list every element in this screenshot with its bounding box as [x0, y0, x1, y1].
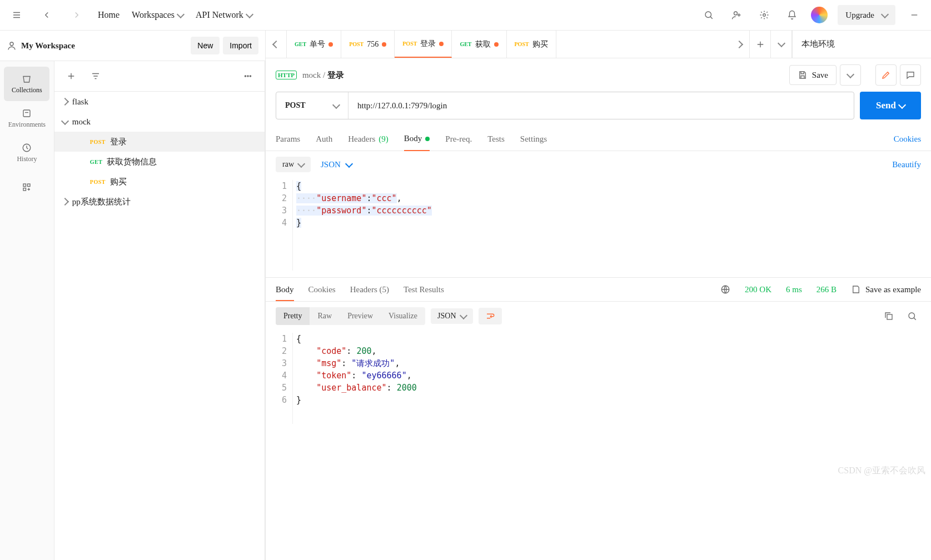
tab-auth[interactable]: Auth	[316, 127, 332, 151]
workspace-header: My Workspace New Import	[0, 31, 265, 61]
url-input[interactable]: http://127.0.0.1:7979/login	[348, 92, 854, 119]
avatar[interactable]	[811, 7, 828, 23]
collection-tree: flask mock POST登录 GET获取货物信息 POST购买 pp系统数…	[54, 92, 265, 560]
new-button[interactable]: New	[191, 37, 220, 54]
request-tab[interactable]: POST756	[341, 31, 395, 58]
status-size: 266 B	[817, 285, 837, 294]
nav-workspaces[interactable]: Workspaces	[132, 10, 183, 20]
topbar: Home Workspaces API Network Upgrade	[0, 0, 931, 31]
beautify-button[interactable]: Beautify	[892, 160, 921, 169]
status-code: 200 OK	[745, 285, 771, 294]
seg-pretty[interactable]: Pretty	[276, 307, 310, 325]
resp-tab-body[interactable]: Body	[276, 285, 294, 301]
collection-toolbar	[54, 61, 265, 92]
globe-icon	[720, 284, 730, 294]
request-tab[interactable]: GET单号	[287, 31, 341, 58]
svg-rect-7	[28, 184, 31, 187]
tab-headers[interactable]: Headers (9)	[348, 127, 389, 151]
side-rail: Collections Environments History	[0, 61, 54, 560]
nav-home[interactable]: Home	[98, 10, 120, 20]
resp-format-selector[interactable]: JSON	[431, 308, 472, 324]
tab-menu-icon[interactable]	[771, 31, 792, 58]
breadcrumb: mock / 登录	[302, 70, 344, 81]
request-tab[interactable]: POST购买	[507, 31, 556, 58]
response-body-viewer[interactable]: 123456 { "code": 200, "msg": "请求成功", "to…	[266, 331, 931, 431]
search-icon[interactable]	[700, 6, 718, 24]
seg-raw[interactable]: Raw	[310, 307, 340, 325]
minimize-icon[interactable]	[905, 6, 923, 24]
svg-point-11	[250, 76, 251, 77]
tab-tests[interactable]: Tests	[487, 127, 505, 151]
request-tab[interactable]: GET获取	[452, 31, 506, 58]
tree-folder-flask[interactable]: flask	[54, 92, 265, 112]
filter-icon[interactable]	[87, 67, 104, 85]
tree-item-buy[interactable]: POST购买	[54, 172, 265, 192]
tree-item-login[interactable]: POST登录	[54, 132, 265, 152]
svg-point-3	[10, 42, 13, 46]
seg-preview[interactable]: Preview	[340, 307, 381, 325]
svg-point-0	[705, 12, 711, 18]
save-button[interactable]: Save	[789, 65, 837, 85]
wrap-icon[interactable]	[479, 308, 502, 324]
resp-tab-cookies[interactable]: Cookies	[308, 285, 336, 294]
request-body-editor[interactable]: 1234 { ····"username":"ccc", ····"passwo…	[266, 178, 931, 278]
workspace-title: My Workspace	[21, 41, 187, 51]
save-example-button[interactable]: Save as example	[851, 284, 921, 294]
more-icon[interactable]	[239, 67, 257, 85]
resp-tab-testresults[interactable]: Test Results	[404, 285, 444, 294]
send-button[interactable]: Send	[860, 92, 921, 119]
svg-rect-4	[23, 110, 30, 117]
menu-icon[interactable]	[8, 6, 26, 24]
environment-selector[interactable]: 本地环境	[792, 31, 931, 58]
comment-icon[interactable]	[900, 64, 921, 86]
http-badge: HTTP	[276, 71, 297, 79]
notifications-icon[interactable]	[783, 6, 801, 24]
svg-point-10	[247, 76, 248, 77]
tabs-next-icon[interactable]	[729, 31, 750, 58]
import-button[interactable]: Import	[223, 37, 258, 54]
svg-rect-6	[23, 184, 26, 187]
back-icon[interactable]	[38, 6, 56, 24]
cookies-link[interactable]: Cookies	[894, 127, 921, 151]
resp-tab-headers[interactable]: Headers (5)	[350, 285, 389, 294]
status-time: 6 ms	[786, 285, 802, 294]
svg-point-1	[734, 12, 738, 15]
settings-icon[interactable]	[755, 6, 773, 24]
invite-icon[interactable]	[728, 6, 745, 24]
rail-history[interactable]: History	[4, 136, 49, 170]
nav-api-network[interactable]: API Network	[196, 10, 252, 20]
body-type-selector[interactable]: raw	[276, 157, 311, 172]
person-icon	[7, 41, 17, 51]
body-format-selector[interactable]: JSON	[321, 160, 352, 169]
forward-icon[interactable]	[68, 6, 86, 24]
response-view-segment[interactable]: Pretty Raw Preview Visualize	[276, 307, 425, 325]
edit-icon[interactable]	[875, 64, 897, 86]
svg-point-2	[763, 14, 766, 17]
save-menu-icon[interactable]	[840, 64, 861, 86]
search-response-icon[interactable]	[903, 307, 921, 325]
tab-prereq[interactable]: Pre-req.	[445, 127, 472, 151]
tree-folder-mock[interactable]: mock	[54, 112, 265, 132]
tab-strip: GET单号POST756POST登录GET获取POST购买 本地环境	[266, 31, 931, 58]
copy-icon[interactable]	[880, 307, 898, 325]
tabs-prev-icon[interactable]	[266, 31, 287, 58]
rail-environments[interactable]: Environments	[4, 101, 49, 136]
svg-rect-13	[887, 314, 892, 319]
tree-item-getgoods[interactable]: GET获取货物信息	[54, 152, 265, 172]
svg-point-14	[909, 313, 915, 319]
watermark: CSDN @亚索不会吹风	[838, 465, 925, 477]
tab-body[interactable]: Body	[404, 127, 430, 151]
rail-collections[interactable]: Collections	[4, 67, 49, 101]
method-selector[interactable]: POST	[276, 92, 348, 119]
tab-add-icon[interactable]	[750, 31, 771, 58]
tab-settings[interactable]: Settings	[520, 127, 547, 151]
tree-folder-pp[interactable]: pp系统数据统计	[54, 192, 265, 212]
seg-visualize[interactable]: Visualize	[381, 307, 425, 325]
add-icon[interactable]	[62, 67, 80, 85]
request-tab[interactable]: POST登录	[395, 31, 452, 58]
rail-more[interactable]	[4, 170, 49, 204]
upgrade-button[interactable]: Upgrade	[838, 5, 895, 25]
svg-point-9	[245, 76, 246, 77]
tab-params[interactable]: Params	[276, 127, 300, 151]
svg-rect-8	[23, 188, 26, 191]
